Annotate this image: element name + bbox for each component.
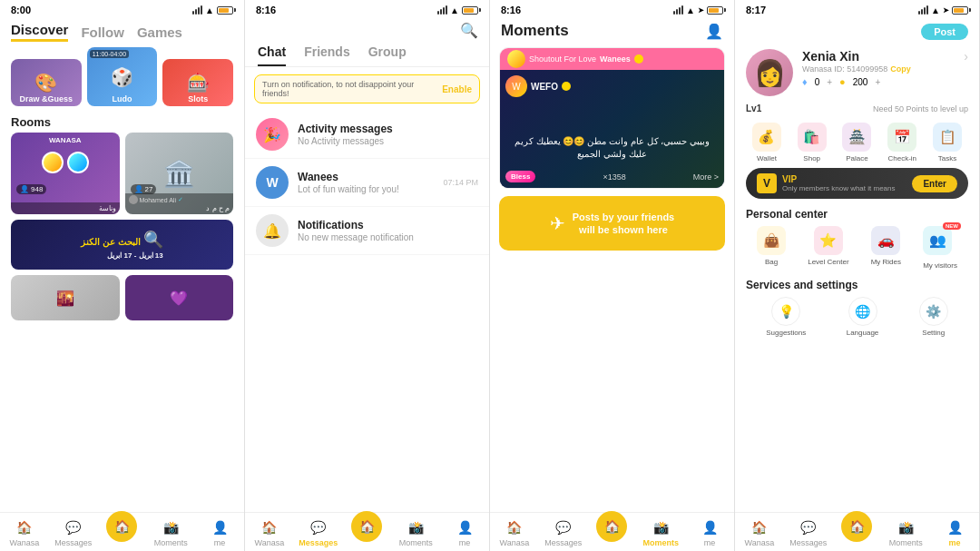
personal-bag[interactable]: 👜 Bag — [757, 226, 786, 271]
bless-button[interactable]: Bless — [505, 171, 535, 182]
bottom-nav-1: 🏠 Wanasa 💬 Messages 🏠 📸 Moments 👤 me — [0, 512, 244, 551]
nav-follow[interactable]: Follow — [81, 25, 124, 40]
personal-rides[interactable]: 🚗 My Rides — [871, 226, 901, 271]
status-icons-3: ▲ ➤ — [673, 5, 723, 15]
signal-icon-1 — [192, 5, 202, 15]
game-card-slots[interactable]: 🎰 Slots — [162, 59, 233, 106]
service-suggestions[interactable]: 💡 Suggestions — [766, 297, 806, 337]
more-button[interactable]: More > — [693, 172, 719, 182]
moments-title: Moments — [501, 22, 569, 40]
moments-header: Moments 👤 — [490, 18, 734, 47]
nav-messages-4[interactable]: 💬 Messages — [784, 513, 833, 551]
menu-checkin[interactable]: 📅 Check-in — [881, 123, 923, 162]
nav-messages-3[interactable]: 💬 Messages — [539, 513, 588, 551]
vip-banner: V VIP Only members know what it means En… — [746, 168, 968, 199]
ludo-timer: 11:00-04:00 — [90, 50, 129, 58]
menu-palace[interactable]: 🏯 Palace — [837, 123, 878, 162]
nav-me-1[interactable]: 👤 me — [195, 513, 244, 551]
home-btn-2[interactable]: 🏠 — [351, 511, 382, 542]
nav-me-4[interactable]: 👤 me — [930, 513, 979, 551]
moments-icon-1: 📸 — [162, 518, 180, 536]
status-icons-1: ▲ — [192, 5, 233, 15]
rooms-grid: WANASA 👤 948 وناسة 🏛️ 👤 27 Mohamed Ali ✓ — [0, 133, 244, 270]
nav-moments-2[interactable]: 📸 Moments — [391, 513, 440, 551]
profile-details: Xenia Xin Wanasa ID: 514099958 Copy ♦ 0 … — [802, 49, 955, 87]
room-card-extra-2[interactable]: 💜 — [125, 275, 234, 320]
game-card-ludo[interactable]: 🎲 11:00-04:00 Ludo — [87, 47, 158, 106]
nav-home-1[interactable]: 🏠 — [98, 513, 147, 551]
service-setting[interactable]: ⚙️ Setting — [919, 297, 948, 337]
messages-icon-2: 💬 — [309, 518, 328, 536]
post-video[interactable]: W WEFO وبيبي حسبي، كل عام وانت مطن 😊😊 يع… — [500, 70, 724, 188]
nav-wanasa-4[interactable]: 🏠 Wanasa — [735, 513, 784, 551]
slots-icon: 🎰 — [187, 72, 210, 93]
nav-wanasa-3[interactable]: 🏠 Wanasa — [490, 513, 539, 551]
enable-button[interactable]: Enable — [442, 84, 472, 94]
tab-group[interactable]: Group — [368, 44, 407, 66]
chat-item-activity[interactable]: 🎉 Activity messages No Activity messages — [245, 111, 489, 159]
me-icon-4: 👤 — [946, 518, 964, 536]
room-card-extra-1[interactable]: 🌇 — [11, 275, 120, 320]
menu-shop[interactable]: 🛍️ Shop — [791, 123, 833, 162]
personal-level[interactable]: ⭐ Level Center — [808, 226, 848, 271]
profile-chevron-icon[interactable]: › — [964, 49, 968, 64]
bottom-nav-3: 🏠 Wanasa 💬 Messages 🏠 📸 Moments 👤 me — [490, 512, 734, 551]
copy-button[interactable]: Copy — [890, 64, 911, 74]
nav-me-3[interactable]: 👤 me — [685, 513, 734, 551]
room-card-banner[interactable]: 🔍 البحث عن الكنز 13 ابريل - 17 ابريل — [11, 220, 233, 270]
tab-chat[interactable]: Chat — [258, 44, 286, 66]
room-card-wanasa[interactable]: WANASA 👤 948 وناسة — [11, 133, 120, 214]
nav-discover[interactable]: Discover — [11, 22, 68, 42]
nav-home-4[interactable]: 🏠 — [833, 513, 882, 551]
signal-icon-4 — [918, 5, 928, 15]
suggestions-icon: 💡 — [771, 297, 800, 326]
post-username: WEFO — [531, 82, 558, 92]
game-card-draw[interactable]: 🎨 Draw &Guess — [11, 59, 82, 106]
me-icon-1: 👤 — [211, 518, 229, 536]
battery-icon-2 — [462, 6, 478, 15]
nav-home-3[interactable]: 🏠 — [588, 513, 637, 551]
friends-post-text: Posts by your friendswill be shown here — [573, 211, 674, 237]
activity-avatar: 🎉 — [256, 118, 289, 151]
bottom-nav-2: 🏠 Wanasa 💬 Messages 🏠 📸 Moments 👤 me — [245, 512, 489, 551]
post-button[interactable]: Post — [921, 24, 968, 40]
language-icon: 🌐 — [848, 297, 877, 326]
post-avatar: W — [505, 75, 527, 97]
vip-v-badge: V — [757, 173, 777, 193]
nav-messages-2[interactable]: 💬 Messages — [294, 513, 343, 551]
nav-moments-4[interactable]: 📸 Moments — [881, 513, 930, 551]
nav-me-2[interactable]: 👤 me — [440, 513, 489, 551]
nav-messages-1[interactable]: 💬 Messages — [49, 513, 98, 551]
ludo-icon: 🎲 — [111, 66, 133, 88]
chat-item-wanees[interactable]: W Wanees Lot of fun waiting for you! 07:… — [245, 159, 489, 207]
level-need: Need 50 Points to level up — [873, 104, 968, 113]
search-icon[interactable]: 🔍 — [460, 22, 478, 39]
service-language[interactable]: 🌐 Language — [847, 297, 879, 337]
nav-games[interactable]: Games — [137, 25, 182, 40]
nav-home-2[interactable]: 🏠 — [343, 513, 392, 551]
shoutout-banner: Shoutout For Love Wanees — [500, 48, 724, 70]
me-icon-2: 👤 — [456, 518, 474, 536]
menu-wallet[interactable]: 💰 Wallet — [746, 123, 788, 162]
personal-visitors[interactable]: 👥 NEW My visitors — [923, 226, 957, 271]
nav-wanasa-1[interactable]: 🏠 Wanasa — [0, 513, 49, 551]
me-icon-3: 👤 — [701, 518, 719, 536]
room-card-2[interactable]: 🏛️ 👤 27 Mohamed Ali ✓ م ح م د — [125, 133, 234, 214]
menu-tasks[interactable]: 📋 Tasks — [926, 123, 968, 162]
nav-moments-3[interactable]: 📸 Moments — [636, 513, 685, 551]
home-btn-4[interactable]: 🏠 — [841, 511, 872, 542]
wanasa-icon-3: 🏠 — [505, 518, 524, 536]
nav-wanasa-2[interactable]: 🏠 Wanasa — [245, 513, 294, 551]
nav-moments-1[interactable]: 📸 Moments — [146, 513, 195, 551]
profile-icon[interactable]: 👤 — [705, 23, 723, 40]
notif-name: Notifications — [298, 219, 478, 231]
home-btn-3[interactable]: 🏠 — [596, 511, 627, 542]
home-btn-1[interactable]: 🏠 — [106, 511, 137, 542]
chat-item-notifications[interactable]: 🔔 Notifications No new message notificat… — [245, 207, 489, 255]
room-name-1: وناسة — [15, 204, 116, 212]
status-bar-4: 8:17 ▲ ➤ — [735, 0, 979, 18]
vip-enter-button[interactable]: Enter — [912, 175, 957, 192]
level-badge: Lv1 — [746, 103, 761, 113]
tab-friends[interactable]: Friends — [304, 44, 350, 66]
wanasa-icon-2: 🏠 — [260, 518, 279, 536]
